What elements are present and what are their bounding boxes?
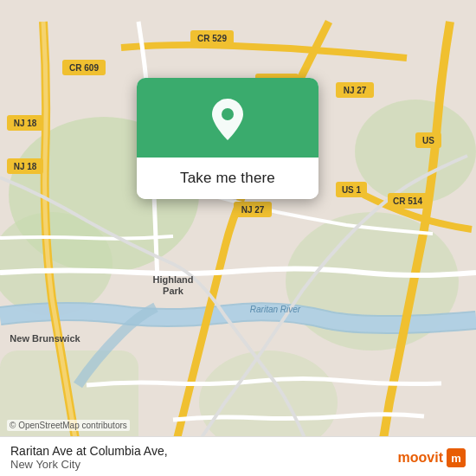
bottom-address: Raritan Ave at Columbia Ave, xyxy=(10,444,168,458)
svg-text:CR 529: CR 529 xyxy=(197,34,227,43)
svg-text:New Brunswick: New Brunswick xyxy=(10,333,80,344)
svg-text:CR 514: CR 514 xyxy=(393,196,422,206)
bottom-bar-left: Raritan Ave at Columbia Ave, New York Ci… xyxy=(10,444,168,471)
popup-card: Take me there xyxy=(137,78,318,199)
svg-text:CR 609: CR 609 xyxy=(69,63,99,73)
bottom-bar: Raritan Ave at Columbia Ave, New York Ci… xyxy=(0,436,476,476)
svg-text:NJ 27: NJ 27 xyxy=(241,205,265,215)
moovit-logo: moovit m xyxy=(398,448,466,467)
svg-text:NJ 18: NJ 18 xyxy=(14,119,37,128)
moovit-icon: m xyxy=(447,448,466,467)
svg-text:NJ 27: NJ 27 xyxy=(344,86,367,95)
svg-text:Park: Park xyxy=(163,286,184,296)
svg-text:US 1: US 1 xyxy=(342,185,362,195)
svg-text:NJ 18: NJ 18 xyxy=(14,162,37,171)
copyright-text: © OpenStreetMap contributors xyxy=(7,420,130,431)
bottom-city: New York City xyxy=(10,458,168,471)
map-svg: CR 529 CR 529 CR 609 NJ 18 NJ 18 NJ 27 N… xyxy=(0,0,476,476)
popup-green-section xyxy=(137,78,318,158)
svg-text:Highland: Highland xyxy=(152,274,193,285)
moovit-text: moovit xyxy=(398,450,443,466)
svg-point-31 xyxy=(222,108,234,120)
svg-text:US: US xyxy=(422,136,434,145)
take-me-there-button[interactable]: Take me there xyxy=(137,158,318,199)
location-pin-icon xyxy=(209,97,247,142)
svg-text:Raritan River: Raritan River xyxy=(250,305,301,314)
svg-text:m: m xyxy=(451,452,461,465)
svg-point-4 xyxy=(355,100,476,203)
map-container: CR 529 CR 529 CR 609 NJ 18 NJ 18 NJ 27 N… xyxy=(0,0,476,476)
